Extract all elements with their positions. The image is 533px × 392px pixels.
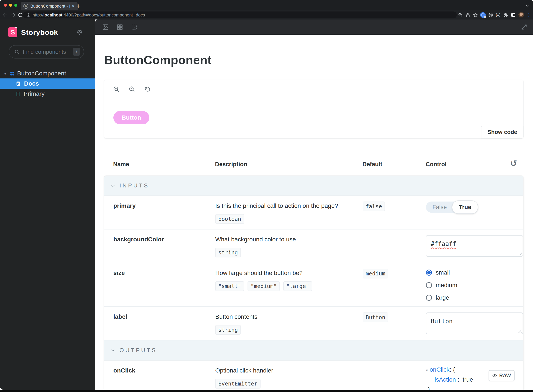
arg-description: Optional click handler [215, 367, 363, 374]
radio-option-medium[interactable]: medium [426, 282, 514, 289]
section-label: OUTPUTS [119, 347, 157, 354]
preview-zoom-toolbar [104, 80, 523, 98]
search-input[interactable]: Find components / [9, 45, 84, 59]
new-tab-button[interactable]: + [76, 2, 80, 10]
panel-edge-divider [529, 35, 529, 390]
arg-description: What background color to use [215, 236, 363, 243]
main-panel: ButtonComponent [95, 19, 533, 390]
type-badge: "small" [215, 281, 244, 291]
arg-row-backgroundcolor: backgroundColor What background color to… [104, 229, 523, 263]
arg-name: backgroundColor [104, 235, 215, 257]
window-close-button[interactable] [4, 4, 7, 7]
forward-icon[interactable] [10, 12, 16, 18]
url-toolbar: http://localhost:4400/?path=/docs/button… [0, 10, 533, 19]
share-icon[interactable] [465, 13, 470, 18]
screenshot-root: S ButtonComponent - Docs · Sto ✕ + http:… [0, 0, 533, 392]
brand-name: Storybook [21, 28, 58, 37]
sidebar-tree: ▾ ButtonComponent Docs Primar [0, 69, 95, 99]
settings-gear-icon[interactable] [76, 29, 83, 36]
zoom-in-icon[interactable] [113, 86, 120, 93]
side-panel-icon[interactable] [511, 12, 516, 18]
arg-name: primary [104, 201, 215, 224]
window-minimize-button[interactable] [9, 4, 12, 7]
radio-label: small [436, 269, 450, 276]
toggle-true-option[interactable]: True [452, 201, 478, 214]
zoom-out-icon[interactable] [129, 86, 136, 93]
default-badge: medium [363, 269, 388, 278]
label-text-input[interactable]: Button [426, 313, 523, 334]
show-code-button[interactable]: Show code [481, 126, 524, 139]
fullscreen-expand-icon[interactable] [521, 24, 527, 30]
zoom-reset-icon[interactable] [144, 86, 151, 93]
arg-name: size [104, 269, 215, 301]
braces-extension-icon[interactable]: {≡} [496, 13, 501, 17]
section-header-inputs[interactable]: INPUTS [104, 176, 523, 196]
toggle-false-option[interactable]: False [426, 204, 452, 211]
measure-outline-icon[interactable] [131, 24, 137, 30]
storybook-favicon-icon: S [23, 4, 28, 9]
window-bottom-edge [0, 390, 533, 392]
size-radio-group: small medium large [426, 269, 514, 301]
target-extension-icon[interactable] [488, 12, 493, 18]
storybook-logo-icon: S [8, 27, 17, 37]
image-snapshot-icon[interactable] [102, 24, 109, 30]
args-table-header: Name Description Default Control ↺ [104, 161, 524, 176]
grid-toggle-icon[interactable] [117, 24, 123, 30]
arg-row-size: size How large should the button be? "sm… [104, 263, 523, 306]
background-color-input[interactable]: #ffaaff [426, 235, 523, 257]
arg-name: onClick [104, 366, 215, 390]
tree-open-brace: : { [449, 367, 455, 373]
search-shortcut-badge: / [73, 48, 80, 56]
address-bar[interactable]: http://localhost:4400/?path=/docs/button… [23, 11, 457, 19]
back-icon[interactable] [3, 12, 8, 18]
radio-label: large [436, 294, 449, 301]
raw-toggle-button[interactable]: RAW [489, 370, 514, 381]
sidebar-item-docs-selected[interactable]: Docs [0, 79, 95, 89]
bookmark-icon [16, 91, 20, 96]
radio-option-small[interactable]: small [426, 269, 514, 276]
reset-controls-icon[interactable]: ↺ [510, 159, 517, 168]
window-zoom-button[interactable] [14, 4, 17, 7]
tree-key[interactable]: onClick [430, 367, 449, 373]
radio-label: medium [436, 282, 457, 289]
section-header-outputs[interactable]: OUTPUTS [104, 340, 523, 360]
type-badge: "large" [283, 281, 312, 291]
args-table-card: INPUTS primary Is this the principal cal… [104, 176, 524, 390]
sidebar-item-label: Primary [24, 90, 44, 97]
tab-close-icon[interactable]: ✕ [71, 4, 75, 9]
password-manager-extension-icon[interactable] [480, 12, 486, 18]
profile-avatar[interactable] [518, 12, 524, 18]
tab-search-chevron-icon[interactable] [525, 4, 529, 8]
zoom-page-icon[interactable] [458, 13, 463, 18]
browser-tab[interactable]: S ButtonComponent - Docs · Sto ✕ [21, 2, 78, 10]
type-badge: EventEmitter [215, 379, 261, 388]
radio-selected-icon [426, 270, 432, 276]
column-header-default: Default [362, 161, 426, 168]
sidebar-item-buttoncomponent[interactable]: ▾ ButtonComponent [0, 69, 95, 79]
default-badge: Button [363, 313, 388, 322]
chevron-down-icon [110, 348, 116, 353]
reload-icon[interactable] [18, 12, 23, 18]
bookmark-star-icon[interactable] [473, 13, 478, 18]
eye-icon [492, 373, 497, 378]
arg-description: Button contents [215, 313, 363, 320]
sidebar-item-label: Docs [24, 80, 39, 87]
sidebar-item-label: ButtonComponent [17, 70, 66, 77]
site-info-icon[interactable] [26, 13, 31, 17]
background-color-value: #ffaaff [431, 240, 456, 247]
sidebar-item-primary[interactable]: Primary [0, 89, 95, 99]
arg-description: Is this the principal call to action on … [215, 202, 363, 209]
demo-button[interactable]: Button [113, 111, 149, 124]
search-icon [14, 49, 20, 55]
tree-child-key[interactable]: isAction [435, 377, 456, 383]
radio-option-large[interactable]: large [426, 294, 514, 301]
collapse-caret-icon[interactable]: ▾ [3, 71, 7, 76]
type-badge: "medium" [248, 281, 280, 291]
tree-separator: : [456, 377, 463, 383]
chrome-menu-icon[interactable]: ⋮ [527, 12, 531, 18]
tree-caret-icon[interactable]: ▾ [426, 368, 428, 372]
component-grid-icon [10, 71, 15, 76]
boolean-toggle: False True [426, 201, 478, 213]
extensions-puzzle-icon[interactable] [503, 12, 508, 18]
tree-close-brace: } [428, 387, 430, 390]
